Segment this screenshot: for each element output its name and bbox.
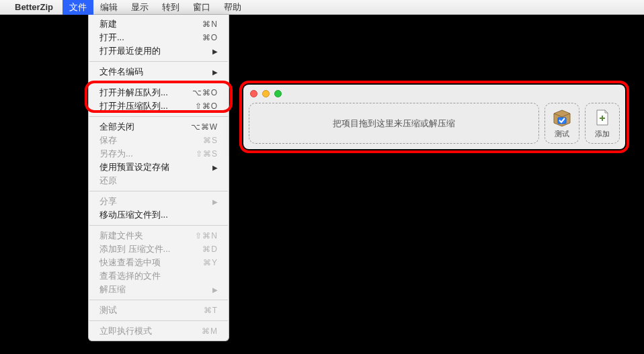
add-button[interactable]: 添加 xyxy=(585,103,620,144)
menuitem-new-folder: 新建文件夹 ⇧⌘N xyxy=(89,229,229,242)
window-toolbar: 把项目拖到这里来压缩或解压缩 测试 xyxy=(249,103,620,144)
window-controls xyxy=(250,90,282,97)
menuitem-shortcut: ⌘M xyxy=(202,326,218,336)
menu-separator xyxy=(89,320,228,321)
menuitem-label: 新建 xyxy=(99,18,117,30)
menuitem-shortcut: ⇧⌘O xyxy=(195,101,218,111)
app-menu[interactable]: BetterZip xyxy=(15,2,53,12)
menuitem-shortcut: ⌘O xyxy=(202,33,218,42)
chevron-right-icon: ▶ xyxy=(212,198,218,206)
menuitem-save-as: 另存为... ⇧⌘S xyxy=(89,147,229,161)
menuitem-filename-encoding[interactable]: 文件名编码 ▶ xyxy=(89,65,229,79)
menuitem-label: 打开并压缩队列... xyxy=(99,100,168,112)
box-check-icon xyxy=(552,108,572,127)
menu-file[interactable]: 文件 xyxy=(63,0,93,15)
menu-go[interactable]: 转到 xyxy=(155,0,186,15)
menuitem-label: 打开最近使用的 xyxy=(99,45,161,57)
chevron-right-icon: ▶ xyxy=(212,164,218,171)
button-label: 测试 xyxy=(555,129,569,139)
menu-separator xyxy=(89,225,228,226)
menuitem-shortcut: ⌘T xyxy=(204,306,218,315)
menuitem-add-to-archive: 添加到 压缩文件... ⌘D xyxy=(89,242,229,256)
menuitem-close-all[interactable]: 全部关闭 ⌥⌘W xyxy=(89,120,229,134)
menuitem-label: 文件名编码 xyxy=(99,66,143,78)
menuitem-quicklook: 快速查看选中项 ⌘Y xyxy=(89,256,229,269)
menuitem-move-archive-to[interactable]: 移动压缩文件到... xyxy=(89,208,229,222)
menuitem-label: 保存 xyxy=(99,134,117,146)
menuitem-label: 立即执行模式 xyxy=(99,325,152,337)
menuitem-shortcut: ⌥⌘O xyxy=(192,88,218,97)
menuitem-open-extract-queue[interactable]: 打开并解压队列... ⌥⌘O xyxy=(89,86,229,99)
menuitem-open-compress-queue[interactable]: 打开并压缩队列... ⇧⌘O xyxy=(89,99,229,113)
menuitem-shortcut: ⌘D xyxy=(202,245,218,254)
menuitem-label: 添加到 压缩文件... xyxy=(99,243,170,255)
zoom-window-button[interactable] xyxy=(274,90,282,97)
app-window: 把项目拖到这里来压缩或解压缩 测试 xyxy=(243,85,625,149)
menuitem-label: 另存为... xyxy=(99,148,133,160)
menuitem-view-selected: 查看选择的文件 xyxy=(89,269,229,283)
menubar: BetterZip 文件 编辑 显示 转到 窗口 帮助 xyxy=(0,0,644,15)
menuitem-open-recent[interactable]: 打开最近使用的 ▶ xyxy=(89,44,229,58)
menu-edit[interactable]: 编辑 xyxy=(93,0,124,15)
menu-separator xyxy=(89,82,228,83)
close-window-button[interactable] xyxy=(250,90,257,97)
menuitem-label: 移动压缩文件到... xyxy=(99,209,168,221)
menuitem-save: 保存 ⌘S xyxy=(89,134,229,147)
menuitem-new[interactable]: 新建 ⌘N xyxy=(89,17,229,31)
menuitem-label: 查看选择的文件 xyxy=(99,270,161,282)
menu-separator xyxy=(89,300,228,300)
menuitem-shortcut: ⌘S xyxy=(203,136,218,145)
menuitem-label: 全部关闭 xyxy=(99,121,134,133)
menuitem-shortcut: ⌥⌘W xyxy=(191,122,218,132)
minimize-window-button[interactable] xyxy=(262,90,270,97)
file-menu-dropdown: 新建 ⌘N 打开... ⌘O 打开最近使用的 ▶ 文件名编码 ▶ 打开并解压队列… xyxy=(88,15,229,341)
menuitem-open[interactable]: 打开... ⌘O xyxy=(89,31,229,44)
chevron-right-icon: ▶ xyxy=(212,286,218,294)
menu-separator xyxy=(89,61,228,62)
menuitem-label: 分享 xyxy=(99,195,117,208)
svg-rect-2 xyxy=(602,116,603,121)
menuitem-shortcut: ⌘Y xyxy=(203,258,218,267)
menuitem-immediate-mode: 立即执行模式 ⌘M xyxy=(89,324,229,338)
menuitem-label: 测试 xyxy=(99,304,117,316)
menuitem-test: 测试 ⌘T xyxy=(89,304,229,317)
button-label: 添加 xyxy=(595,129,610,139)
menu-separator xyxy=(89,191,228,191)
dropzone[interactable]: 把项目拖到这里来压缩或解压缩 xyxy=(249,103,539,144)
menuitem-label: 还原 xyxy=(99,175,117,187)
menuitem-extract: 解压缩 ▶ xyxy=(89,283,229,296)
menuitem-label: 使用预置设定存储 xyxy=(99,161,169,173)
document-plus-icon xyxy=(592,108,612,127)
menu-separator xyxy=(89,116,228,117)
menuitem-save-with-preset[interactable]: 使用预置设定存储 ▶ xyxy=(89,161,229,174)
dropzone-label: 把项目拖到这里来压缩或解压缩 xyxy=(333,118,455,130)
menuitem-label: 新建文件夹 xyxy=(99,230,143,242)
menuitem-label: 打开... xyxy=(99,32,124,44)
chevron-right-icon: ▶ xyxy=(212,69,218,76)
menuitem-shortcut: ⇧⌘N xyxy=(195,231,218,240)
menuitem-share: 分享 ▶ xyxy=(89,195,229,208)
menuitem-revert: 还原 xyxy=(89,174,229,187)
menu-help[interactable]: 帮助 xyxy=(217,0,248,15)
menuitem-label: 打开并解压队列... xyxy=(99,87,168,99)
menuitem-label: 解压缩 xyxy=(99,283,126,296)
menuitem-shortcut: ⇧⌘S xyxy=(196,149,218,159)
test-button[interactable]: 测试 xyxy=(545,103,579,144)
menu-window[interactable]: 窗口 xyxy=(186,0,217,15)
menu-view[interactable]: 显示 xyxy=(124,0,155,15)
chevron-right-icon: ▶ xyxy=(212,48,218,55)
menuitem-shortcut: ⌘N xyxy=(202,19,218,29)
menuitem-label: 快速查看选中项 xyxy=(99,257,161,269)
